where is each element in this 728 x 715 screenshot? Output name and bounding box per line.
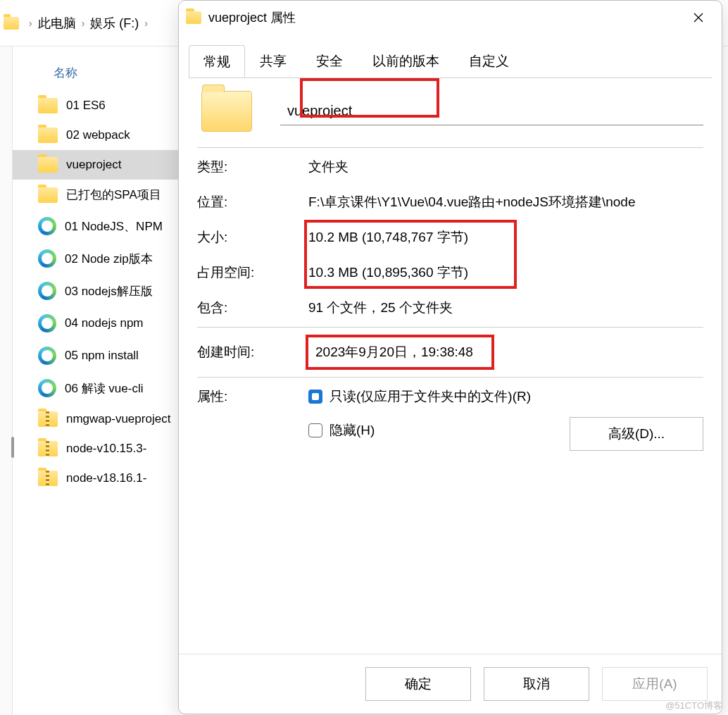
checkbox-indeterminate-icon[interactable] (308, 390, 322, 404)
file-label: 06 解读 vue-cli (65, 380, 143, 397)
edge-icon (38, 249, 56, 268)
divider (197, 377, 703, 378)
readonly-checkbox-row[interactable]: 只读(仅应用于文件夹中的文件)(R) (308, 387, 531, 406)
watermark: @51CTO博客 (665, 700, 722, 712)
checkbox-empty-icon[interactable] (308, 423, 322, 437)
label-attributes: 属性: (197, 387, 308, 406)
list-item[interactable]: 03 nodejs解压版 (13, 275, 182, 307)
list-item[interactable]: nmgwap-vueproject (13, 404, 182, 434)
folder-icon (201, 91, 252, 132)
value-size-on-disk-text: 10.3 MB (10,895,360 字节) (308, 265, 468, 280)
file-list[interactable]: 名称 01 ES6 02 webpack vueproject 已打包的SPA项… (13, 46, 182, 715)
dialog-title: vueproject 属性 (208, 9, 682, 26)
file-label: 已打包的SPA项目 (66, 187, 161, 203)
close-button[interactable] (682, 1, 715, 34)
edge-icon (38, 379, 56, 397)
list-item[interactable]: 已打包的SPA项目 (13, 180, 182, 210)
edge-icon (38, 347, 56, 365)
breadcrumb-item[interactable]: 此电脑 (38, 15, 76, 32)
hidden-label: 隐藏(H) (330, 421, 375, 440)
zip-icon (38, 471, 58, 486)
folder-icon (186, 11, 201, 24)
file-label: 01 ES6 (66, 99, 106, 113)
list-item[interactable]: 01 ES6 (13, 91, 182, 120)
tab-security[interactable]: 安全 (301, 44, 358, 77)
tab-content-general: 类型: 文件夹 位置: F:\卓京课件\Y1\Vue\04.vue路由+node… (189, 77, 712, 654)
label-size-on-disk: 占用空间: (197, 263, 308, 282)
value-size-text: 10.2 MB (10,748,767 字节) (308, 230, 468, 244)
label-type: 类型: (197, 158, 308, 176)
zip-icon (38, 411, 58, 427)
dialog-titlebar[interactable]: vueproject 属性 (179, 1, 722, 35)
zip-icon (38, 441, 58, 456)
close-icon (694, 13, 703, 23)
scrollbar-thumb[interactable] (11, 437, 14, 458)
chevron-right-icon: › (82, 18, 85, 29)
file-label: node-v18.16.1- (66, 471, 146, 485)
file-label: 02 Node zip版本 (65, 251, 153, 267)
folder-icon (38, 157, 58, 173)
folder-icon (38, 98, 58, 113)
tab-previous-versions[interactable]: 以前的版本 (358, 44, 454, 77)
value-size-on-disk: 10.3 MB (10,895,360 字节) (308, 263, 703, 282)
list-item[interactable]: 06 解读 vue-cli (13, 372, 182, 404)
folder-icon (4, 17, 19, 30)
label-contains: 包含: (197, 299, 308, 317)
label-location: 位置: (197, 193, 308, 211)
value-location: F:\卓京课件\Y1\Vue\04.vue路由+nodeJS环境搭建\node (308, 193, 703, 211)
folder-name-input[interactable] (280, 97, 703, 125)
breadcrumb-item[interactable]: 娱乐 (F:) (90, 15, 139, 32)
chevron-right-icon: › (29, 18, 32, 29)
file-label: nmgwap-vueproject (66, 412, 170, 426)
edge-icon (38, 282, 56, 300)
hidden-checkbox-row[interactable]: 隐藏(H) (308, 421, 531, 440)
file-label: vueproject (66, 158, 121, 172)
column-header-name[interactable]: 名称 (13, 61, 182, 91)
list-item[interactable]: 01 NodeJS、NPM (13, 210, 182, 242)
file-label: 03 nodejs解压版 (65, 283, 153, 299)
readonly-label: 只读(仅应用于文件夹中的文件)(R) (330, 387, 531, 406)
list-item[interactable]: 02 Node zip版本 (13, 242, 182, 275)
folder-icon (38, 128, 58, 143)
list-item[interactable]: vueproject (13, 150, 182, 180)
list-item[interactable]: 04 nodejs npm (13, 307, 182, 340)
dialog-button-bar: 确定 取消 应用(A) (179, 654, 722, 714)
divider (197, 327, 703, 328)
file-label: 05 npm install (65, 349, 139, 363)
value-contains: 91 个文件，25 个文件夹 (308, 299, 703, 317)
tab-strip: 常规 共享 安全 以前的版本 自定义 (179, 35, 722, 77)
edge-icon (38, 217, 56, 235)
divider (197, 147, 703, 148)
list-item[interactable]: 02 webpack (13, 120, 182, 150)
list-item[interactable]: 05 npm install (13, 340, 182, 372)
chevron-right-icon: › (144, 18, 148, 29)
tab-sharing[interactable]: 共享 (245, 44, 301, 77)
file-label: 01 NodeJS、NPM (65, 218, 163, 235)
apply-button[interactable]: 应用(A) (602, 667, 708, 701)
list-item[interactable]: node-v18.16.1- (13, 464, 182, 493)
value-created: 2023年9月20日，19:38:48 (308, 337, 703, 367)
value-type: 文件夹 (308, 158, 703, 176)
advanced-button[interactable]: 高级(D)... (570, 417, 703, 451)
file-label: 02 webpack (66, 128, 130, 142)
edge-icon (38, 314, 56, 332)
label-size: 大小: (197, 228, 308, 247)
nav-pane (0, 46, 13, 715)
value-size: 10.2 MB (10,748,767 字节) (308, 228, 703, 247)
ok-button[interactable]: 确定 (365, 667, 471, 701)
tab-general[interactable]: 常规 (189, 45, 245, 78)
cancel-button[interactable]: 取消 (484, 667, 589, 701)
properties-dialog: vueproject 属性 常规 共享 安全 以前的版本 自定义 类型: 文件夹… (178, 0, 722, 714)
list-item[interactable]: node-v10.15.3- (13, 434, 182, 464)
tab-customize[interactable]: 自定义 (454, 44, 524, 77)
folder-icon (38, 187, 58, 203)
file-label: node-v10.15.3- (66, 442, 146, 456)
label-created: 创建时间: (197, 343, 308, 361)
file-label: 04 nodejs npm (65, 316, 144, 330)
value-created-text: 2023年9月20日，19:38:48 (308, 337, 491, 367)
